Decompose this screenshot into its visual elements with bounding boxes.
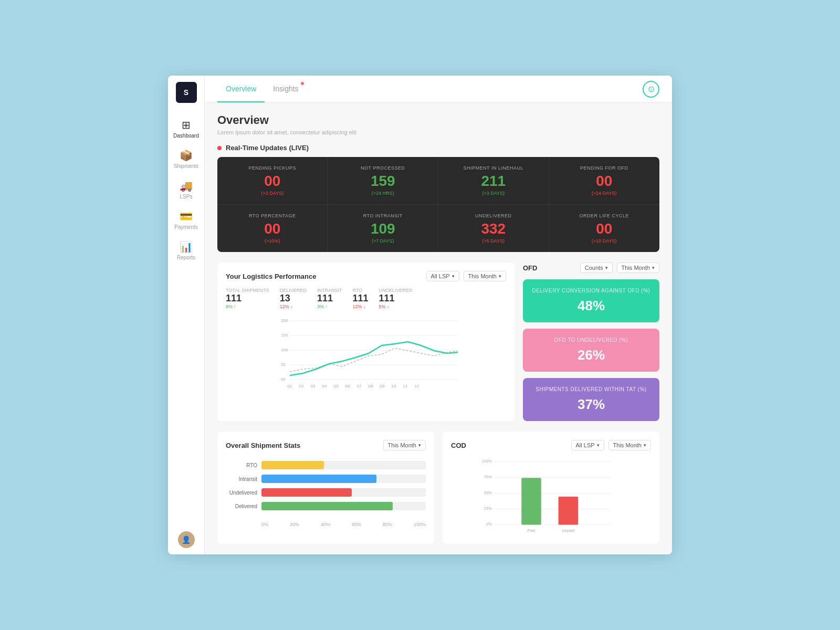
sidebar-label-lsps: LSPs [180, 194, 193, 200]
svg-text:75%: 75% [484, 475, 492, 479]
sidebar-item-lsps[interactable]: 🚚 LSPs [168, 174, 204, 205]
rt-value-1: 159 [334, 174, 432, 188]
rt-label-3: PENDING FOR OFD [555, 165, 654, 171]
bar-track-1 [261, 475, 426, 483]
svg-text:11: 11 [403, 384, 408, 388]
svg-text:200: 200 [281, 318, 288, 323]
counts-filter[interactable]: Counts [580, 262, 613, 273]
live-dot [217, 146, 222, 150]
cod-card: COD All LSP This Month 100% 75% 50% 25% [443, 432, 659, 544]
rt-sub-5: (>7 DAYS) [334, 238, 432, 244]
bar-fill-3 [261, 502, 393, 510]
bar-label-2: Undelivered [226, 490, 257, 496]
shipment-stats-filter[interactable]: This Month [383, 440, 426, 450]
dashboard-icon: ⊞ [182, 119, 191, 131]
cod-month-filter[interactable]: This Month [608, 440, 651, 450]
bar-row-3: Delivered [226, 502, 426, 510]
bar-row-2: Undelivered [226, 488, 426, 497]
stat-label-3: RTO [352, 288, 368, 293]
rt-card-6: UNDELIVERED 332 (>5 DAYS) [438, 205, 549, 252]
rt-label-5: RTO INTRANSIT [334, 213, 432, 218]
svg-text:10: 10 [392, 384, 396, 388]
svg-text:07: 07 [357, 384, 362, 388]
sidebar-item-payments[interactable]: 💳 Payments [168, 205, 204, 235]
sidebar: S ⊞ Dashboard 📦 Shipments 🚚 LSPs 💳 Payme… [168, 76, 205, 554]
cod-title: COD [451, 442, 466, 449]
avatar[interactable]: 👤 [178, 531, 195, 548]
ofd-card-delivery-value: 48% [531, 298, 651, 314]
stat-item-4: Undelivered 111 5% ↓ [379, 288, 412, 309]
rt-value-4: 00 [224, 222, 321, 236]
stat-label-2: Intransit [317, 288, 342, 293]
bar-track-0 [261, 461, 426, 469]
bar-fill-2 [261, 488, 352, 497]
stats-row: Total Shipments 111 8% ↑ Delivered 13 12… [226, 288, 506, 309]
svg-text:02: 02 [299, 384, 304, 388]
ofd-card-delivery: DELIVERY CONVERSION AGAINST OFD (%) 48% [523, 279, 659, 322]
ofd-card-delivery-label: DELIVERY CONVERSION AGAINST OFD (%) [531, 288, 651, 293]
rt-value-7: 00 [555, 222, 654, 236]
stat-label-4: Undelivered [379, 288, 412, 293]
logistics-card-title: Your Logistics Performance [226, 272, 316, 280]
svg-text:50%: 50% [484, 490, 492, 495]
svg-text:08: 08 [369, 384, 373, 388]
stat-change-1: 12% ↓ [280, 304, 307, 309]
rt-card-5: RTO INTRANSIT 109 (>7 DAYS) [328, 205, 439, 252]
ofd-card-tat-label: SHIPMENTS DELIVERED WITHIN TAT (%) [531, 386, 651, 392]
bottom-section: Overall Shipment Stats This Month RTO In… [217, 432, 659, 544]
realtime-header: Real-Time Updates (LIVE) [217, 144, 659, 152]
svg-text:09: 09 [380, 384, 385, 388]
shipment-stats-title: Overall Shipment Stats [226, 442, 300, 449]
rt-label-2: SHIPMENT IN LINEHAUL [445, 165, 542, 171]
sidebar-item-dashboard[interactable]: ⊞ Dashboard [168, 113, 204, 144]
stat-change-3: 12% ↓ [352, 304, 368, 309]
stat-item-0: Total Shipments 111 8% ↑ [226, 288, 269, 309]
sidebar-label-dashboard: Dashboard [173, 133, 199, 139]
payments-icon: 💳 [180, 210, 193, 223]
rt-label-6: UNDELIVERED [445, 213, 542, 218]
bar-fill-1 [261, 475, 376, 483]
month-filter-logistics[interactable]: This Month [464, 271, 506, 281]
bar-row-0: RTO [226, 461, 426, 469]
rt-sub-0: (>3 DAYS) [224, 191, 321, 196]
svg-text:Paid: Paid [527, 528, 535, 533]
lsp-filter[interactable]: All LSP [426, 271, 459, 281]
month-filter-ofd[interactable]: This Month [617, 262, 659, 273]
stat-value-2: 111 [317, 293, 342, 304]
svg-text:25%: 25% [484, 506, 492, 511]
bar-fill-0 [261, 461, 324, 469]
shipment-stats-header: Overall Shipment Stats This Month [226, 440, 426, 450]
bar-row-1: Intransit [226, 475, 426, 483]
lsps-icon: 🚚 [180, 180, 193, 192]
stat-item-2: Intransit 111 3% ↑ [317, 288, 342, 309]
tab-overview[interactable]: Overview [217, 76, 265, 102]
svg-text:03: 03 [311, 384, 316, 388]
svg-text:01: 01 [288, 384, 292, 388]
svg-text:50: 50 [281, 362, 286, 367]
rt-card-1: NOT PROCESSED 159 (>24 HRS) [328, 157, 439, 205]
ofd-card-tat-value: 37% [531, 396, 651, 413]
rt-card-2: SHIPMENT IN LINEHAUL 211 (>3 DAYS) [438, 157, 549, 205]
performance-section: Your Logistics Performance All LSP This … [217, 262, 659, 421]
cod-lsp-filter[interactable]: All LSP [571, 440, 604, 450]
ofd-header: OFD Counts This Month [523, 262, 659, 273]
rt-value-5: 109 [334, 222, 432, 236]
sidebar-item-shipments[interactable]: 📦 Shipments [168, 144, 204, 174]
cod-chart: 100% 75% 50% 25% 0% [451, 457, 651, 536]
ofd-title: OFD [523, 264, 537, 272]
settings-icon[interactable]: ⊙ [643, 81, 659, 98]
rt-value-2: 211 [445, 174, 542, 188]
app-logo: S [176, 82, 197, 103]
rt-label-1: NOT PROCESSED [334, 165, 432, 171]
ofd-card-undelivered: OFD TO UNDELIVERED (%) 26% [523, 329, 659, 372]
logistics-card-header: Your Logistics Performance All LSP This … [226, 271, 506, 281]
rt-sub-4: (>10%) [224, 238, 321, 244]
sidebar-label-shipments: Shipments [174, 163, 198, 169]
ofd-section: OFD Counts This Month DELIVERY CONVERSIO… [523, 262, 659, 421]
svg-rect-32 [521, 478, 541, 524]
sidebar-item-reports[interactable]: 📊 Reports [168, 235, 204, 266]
svg-rect-33 [559, 497, 579, 524]
svg-text:100%: 100% [482, 459, 492, 464]
tab-insights[interactable]: Insights [265, 76, 307, 102]
realtime-grid: PENDING PICKUPS 00 (>3 DAYS) NOT PROCESS… [217, 157, 659, 252]
